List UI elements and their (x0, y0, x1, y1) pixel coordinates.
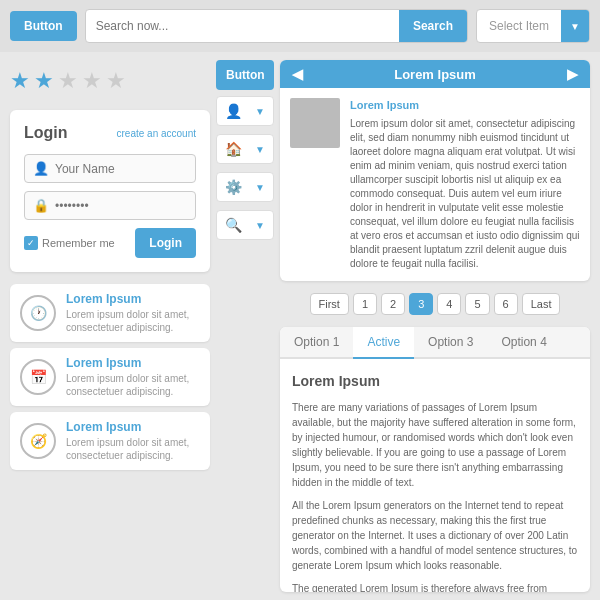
chevron-down-icon: ▼ (255, 182, 265, 193)
search-button[interactable]: Search (399, 10, 467, 42)
list-item: 🧭 Lorem Ipsum Lorem ipsum dolor sit amet… (10, 412, 210, 470)
tab-content: Lorem Ipsum There are many variations of… (280, 359, 590, 592)
search-input[interactable] (86, 19, 399, 33)
right-column: ◀ Lorem Ipsum ▶ Lorem Ipsum Lorem ipsum … (280, 60, 590, 592)
lorem-box: ◀ Lorem Ipsum ▶ Lorem Ipsum Lorem ipsum … (280, 60, 590, 281)
icon-row-home[interactable]: 🏠 ▼ (216, 134, 274, 164)
gear-icon: ⚙️ (225, 179, 242, 195)
search-icon: 🔍 (225, 217, 242, 233)
list-item-text: Lorem Ipsum Lorem ipsum dolor sit amet, … (66, 356, 200, 398)
lorem-thumbnail (290, 98, 340, 148)
icon-row-search[interactable]: 🔍 ▼ (216, 210, 274, 240)
compass-icon: 🧭 (20, 423, 56, 459)
mid-button[interactable]: Button (216, 60, 274, 90)
prev-arrow-icon[interactable]: ◀ (292, 66, 303, 82)
tab-content-p2: All the Lorem Ipsum generators on the In… (292, 498, 578, 573)
home-icon: 🏠 (225, 141, 242, 157)
list-item-desc: Lorem ipsum dolor sit amet, consectetuer… (66, 436, 200, 462)
tab-option3[interactable]: Option 3 (414, 327, 487, 359)
lorem-text: Lorem Ipsum Lorem ipsum dolor sit amet, … (350, 98, 580, 271)
icon-row-user[interactable]: 👤 ▼ (216, 96, 274, 126)
password-field: 🔒 (24, 191, 196, 220)
login-button[interactable]: Login (135, 228, 196, 258)
tab-active[interactable]: Active (353, 327, 414, 359)
calendar-icon: 📅 (20, 359, 56, 395)
login-header: Login create an account (24, 124, 196, 142)
user-icon: 👤 (225, 103, 242, 119)
tab-bar: Option 1 Active Option 3 Option 4 (280, 327, 590, 359)
star-5[interactable]: ★ (106, 68, 126, 94)
icon-row-gear[interactable]: ⚙️ ▼ (216, 172, 274, 202)
tab-option1[interactable]: Option 1 (280, 327, 353, 359)
select-item-dropdown[interactable]: Select Item ▼ (476, 9, 590, 43)
list-item: 📅 Lorem Ipsum Lorem ipsum dolor sit amet… (10, 348, 210, 406)
page-last-button[interactable]: Last (522, 293, 561, 315)
list-item-title: Lorem Ipsum (66, 356, 200, 370)
page-4-button[interactable]: 4 (437, 293, 461, 315)
tab-content-title: Lorem Ipsum (292, 371, 578, 392)
list-item-desc: Lorem ipsum dolor sit amet, consectetuer… (66, 372, 200, 398)
page-first-button[interactable]: First (310, 293, 349, 315)
left-column: ★ ★ ★ ★ ★ Login create an account 👤 🔒 ✓ (10, 60, 210, 592)
middle-column: Button 👤 ▼ 🏠 ▼ ⚙️ ▼ 🔍 ▼ (210, 60, 280, 592)
lorem-body: Lorem Ipsum Lorem ipsum dolor sit amet, … (280, 88, 590, 281)
remember-checkbox[interactable]: ✓ (24, 236, 38, 250)
username-field: 👤 (24, 154, 196, 183)
list-item-title: Lorem Ipsum (66, 420, 200, 434)
tab-content-p3: The generated Lorem Ipsum is therefore a… (292, 581, 578, 592)
page-2-button[interactable]: 2 (381, 293, 405, 315)
star-rating: ★ ★ ★ ★ ★ (10, 60, 210, 102)
chevron-down-icon: ▼ (255, 220, 265, 231)
top-bar: Button Search Select Item ▼ (0, 0, 600, 52)
lorem-header: ◀ Lorem Ipsum ▶ (280, 60, 590, 88)
lock-icon: 🔒 (33, 198, 49, 213)
user-icon: 👤 (33, 161, 49, 176)
list-item-text: Lorem Ipsum Lorem ipsum dolor sit amet, … (66, 420, 200, 462)
next-arrow-icon[interactable]: ▶ (567, 66, 578, 82)
top-button[interactable]: Button (10, 11, 77, 41)
username-input[interactable] (55, 162, 187, 176)
list-item: 🕐 Lorem Ipsum Lorem ipsum dolor sit amet… (10, 284, 210, 342)
select-arrow-button[interactable]: ▼ (561, 10, 589, 42)
lorem-subtitle: Lorem Ipsum (350, 98, 580, 113)
tabs-section: Option 1 Active Option 3 Option 4 Lorem … (280, 327, 590, 592)
page-5-button[interactable]: 5 (465, 293, 489, 315)
main-content: ★ ★ ★ ★ ★ Login create an account 👤 🔒 ✓ (0, 52, 600, 600)
list-item-text: Lorem Ipsum Lorem ipsum dolor sit amet, … (66, 292, 200, 334)
chevron-down-icon: ▼ (255, 106, 265, 117)
select-item-label: Select Item (477, 19, 561, 33)
remember-label: Remember me (42, 237, 115, 249)
star-2[interactable]: ★ (34, 68, 54, 94)
star-3[interactable]: ★ (58, 68, 78, 94)
clock-icon: 🕐 (20, 295, 56, 331)
list-item-desc: Lorem ipsum dolor sit amet, consectetuer… (66, 308, 200, 334)
lorem-body-text: Lorem ipsum dolor sit amet, consectetur … (350, 117, 580, 271)
lorem-header-title: Lorem Ipsum (394, 67, 476, 82)
star-1[interactable]: ★ (10, 68, 30, 94)
list-items: 🕐 Lorem Ipsum Lorem ipsum dolor sit amet… (10, 284, 210, 470)
tab-content-p1: There are many variations of passages of… (292, 400, 578, 490)
login-title: Login (24, 124, 68, 142)
page-1-button[interactable]: 1 (353, 293, 377, 315)
login-box: Login create an account 👤 🔒 ✓ Remember m… (10, 110, 210, 272)
create-account-link[interactable]: create an account (117, 128, 197, 139)
remember-left: ✓ Remember me (24, 236, 115, 250)
star-4[interactable]: ★ (82, 68, 102, 94)
page-3-button[interactable]: 3 (409, 293, 433, 315)
password-input[interactable] (55, 199, 187, 213)
tab-option4[interactable]: Option 4 (487, 327, 560, 359)
search-box: Search (85, 9, 468, 43)
list-item-title: Lorem Ipsum (66, 292, 200, 306)
chevron-down-icon: ▼ (255, 144, 265, 155)
remember-row: ✓ Remember me Login (24, 228, 196, 258)
page-6-button[interactable]: 6 (494, 293, 518, 315)
pagination: First 1 2 3 4 5 6 Last (280, 289, 590, 319)
